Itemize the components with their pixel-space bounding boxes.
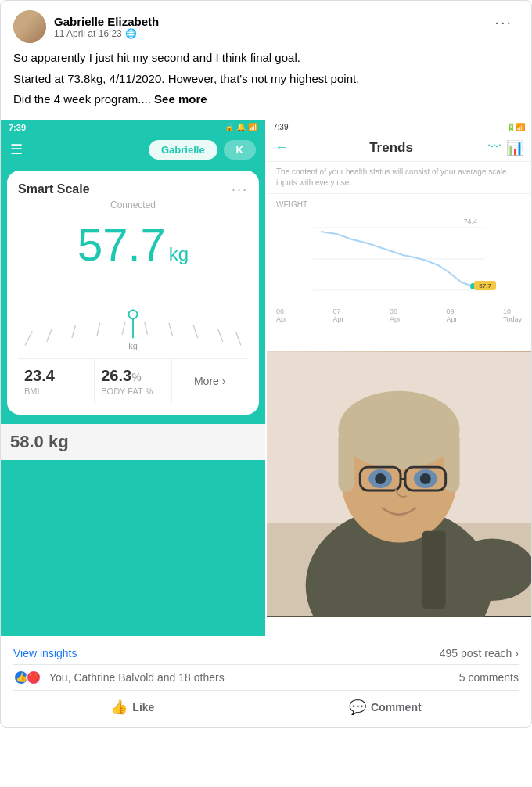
bottom-weight: 58.0 kg	[10, 432, 69, 451]
trends-title: Trends	[295, 140, 487, 156]
trends-action-icons: 〰 📊	[487, 139, 523, 156]
status-time: 7:39	[9, 123, 26, 132]
trends-nav: ← Trends 〰 📊	[267, 135, 531, 162]
svg-rect-26	[338, 429, 354, 492]
bmi-value: 23.4	[24, 367, 88, 385]
nav-tabs: Gabrielle K	[149, 140, 256, 160]
see-more-link[interactable]: See more	[154, 92, 207, 106]
post-header: Gabrielle Elizabeth 11 April at 16:23 🌐 …	[1, 1, 531, 49]
svg-line-4	[122, 322, 125, 335]
trends-app-screenshot: 7:39 🔋📶 ← Trends 〰 📊 The content of your…	[267, 120, 531, 350]
svg-point-25	[338, 390, 459, 468]
privacy-icon: 🌐	[125, 28, 137, 39]
svg-line-1	[47, 329, 52, 342]
reactions-text[interactable]: You, Cathrine Balvold and 18 others	[49, 671, 225, 684]
weight-display: 57.7 kg	[77, 218, 189, 271]
avatar[interactable]	[13, 10, 46, 43]
status-icons: 🔒 🔔 📶	[225, 123, 257, 131]
author-section: Gabrielle Elizabeth 11 April at 16:23 🌐	[13, 10, 159, 43]
comment-icon: 💬	[349, 699, 366, 716]
love-reaction-icon: ❤️	[26, 670, 41, 685]
weight-unit: kg	[169, 243, 189, 265]
svg-text:57.7: 57.7	[479, 282, 491, 289]
scale-title: Smart Scale	[18, 182, 90, 196]
svg-point-10	[128, 310, 137, 318]
selfie-image	[267, 351, 531, 617]
comments-count[interactable]: 5 comments	[459, 671, 519, 684]
svg-line-6	[169, 322, 173, 336]
connected-label: Connected	[110, 199, 156, 210]
svg-line-9	[235, 331, 240, 344]
view-insights-link[interactable]: View insights	[13, 647, 77, 659]
post-text-line3: Did the 4 week program.... See more	[13, 91, 519, 109]
trends-subtitle: The content of your health status will c…	[267, 162, 531, 194]
svg-point-33	[375, 473, 386, 484]
scale-card: Smart Scale ··· Connected 57.7 kg	[7, 171, 259, 415]
chart-icon[interactable]: 📊	[506, 139, 523, 156]
author-name: Gabrielle Elizabeth	[54, 15, 159, 28]
app-bottom-partial: 58.0 kg	[1, 424, 265, 460]
bodyfat-label: BODY FAT %	[101, 386, 164, 396]
svg-text:74.4: 74.4	[463, 217, 477, 225]
trends-chart-area: WEIGHT 74.4	[267, 194, 531, 331]
back-arrow-icon[interactable]: ←	[275, 139, 289, 156]
image-grid: 7:39 🔒 🔔 📶 ☰ Gabrielle K Smart Scale	[1, 120, 531, 636]
bmi-metric: 23.4 BMI	[18, 359, 95, 404]
app-nav: ☰ Gabrielle K	[1, 135, 265, 164]
svg-text:kg: kg	[128, 340, 138, 350]
wave-icon[interactable]: 〰	[487, 139, 501, 156]
reactions-left: 👍 ❤️ You, Cathrine Balvold and 18 others	[13, 670, 225, 685]
like-icon: 👍	[110, 699, 128, 716]
trends-status-icons: 🔋📶	[506, 123, 525, 131]
bodyfat-metric: 26.3% BODY FAT %	[95, 359, 171, 404]
trends-time: 7:39	[273, 123, 288, 131]
comment-label: Comment	[371, 701, 422, 713]
action-row: 👍 Like 💬 Comment	[13, 691, 519, 727]
scale-app-screenshot: 7:39 🔒 🔔 📶 ☰ Gabrielle K Smart Scale	[1, 120, 265, 636]
post-body: So apparently I just hit my second and I…	[1, 49, 531, 120]
status-bar: 7:39 🔒 🔔 📶	[1, 120, 265, 135]
chart-x-labels: 06Apr 07Apr 08Apr 09Apr 10Today	[276, 306, 522, 325]
post-date: 11 April at 16:23	[54, 28, 122, 39]
svg-point-34	[420, 473, 431, 484]
svg-line-2	[72, 325, 76, 338]
metrics-row: 23.4 BMI 26.3% BODY FAT % More ›	[18, 358, 248, 404]
chart-label: WEIGHT	[276, 200, 522, 209]
svg-line-7	[193, 325, 198, 338]
svg-line-0	[25, 330, 32, 344]
weight-value: 57.7	[77, 218, 166, 271]
post-reach[interactable]: 495 post reach ›	[440, 647, 519, 659]
nav-tab-gabrielle[interactable]: Gabrielle	[149, 140, 217, 160]
weight-chart: 74.4 57.7	[276, 212, 522, 306]
reach-chevron-icon: ›	[515, 647, 519, 659]
selfie-photo	[267, 351, 531, 617]
like-label: Like	[132, 701, 154, 713]
nav-tab-k[interactable]: K	[224, 140, 256, 160]
svg-rect-36	[422, 530, 446, 608]
post-text-line2: Started at 73.8kg, 4/11/2020. However, t…	[13, 70, 519, 88]
svg-line-3	[97, 322, 100, 336]
svg-line-5	[145, 322, 148, 335]
like-button[interactable]: 👍 Like	[101, 694, 164, 721]
more-metrics-button[interactable]: More ›	[172, 359, 249, 404]
hamburger-icon[interactable]: ☰	[10, 141, 23, 158]
post-footer: View insights 495 post reach › 👍 ❤️ You,…	[1, 636, 531, 727]
scale-menu-dots[interactable]: ···	[232, 181, 248, 198]
more-options-button[interactable]: ···	[488, 10, 519, 34]
reactions-row: 👍 ❤️ You, Cathrine Balvold and 18 others…	[13, 665, 519, 690]
insights-row: View insights 495 post reach ›	[13, 642, 519, 664]
author-info: Gabrielle Elizabeth 11 April at 16:23 🌐	[54, 15, 159, 39]
post-card: Gabrielle Elizabeth 11 April at 16:23 🌐 …	[0, 0, 532, 728]
scale-title-row: Smart Scale ···	[18, 181, 248, 198]
comment-button[interactable]: 💬 Comment	[340, 694, 431, 721]
post-meta: 11 April at 16:23 🌐	[54, 28, 159, 39]
reaction-icons: 👍 ❤️	[13, 670, 38, 685]
bmi-label: BMI	[24, 386, 88, 396]
svg-point-35	[450, 538, 531, 601]
svg-line-8	[217, 329, 222, 342]
weight-gauge: kg	[18, 274, 248, 352]
post-text-line1: So apparently I just hit my second and I…	[13, 49, 519, 67]
trends-status-bar: 7:39 🔋📶	[267, 120, 531, 135]
bodyfat-value: 26.3%	[101, 367, 164, 385]
